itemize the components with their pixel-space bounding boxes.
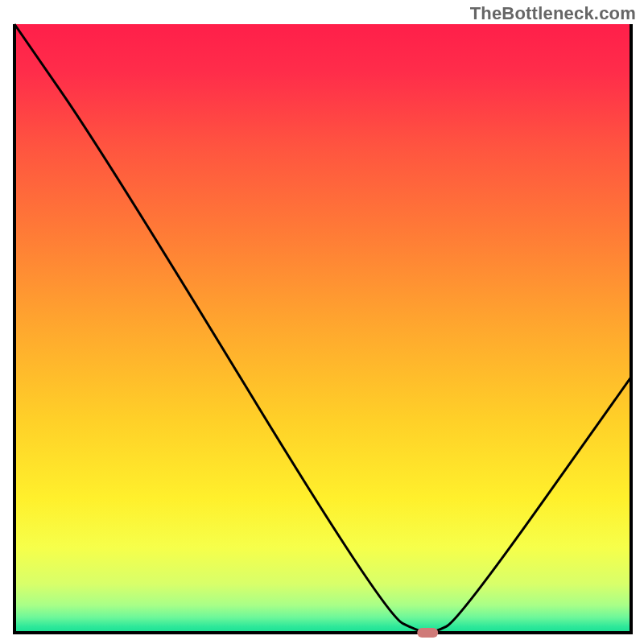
chart-frame: TheBottleneck.com <box>0 0 644 644</box>
chart-canvas <box>0 0 644 644</box>
optimal-point-marker <box>417 628 438 638</box>
watermark-text: TheBottleneck.com <box>470 3 636 24</box>
plot-background <box>14 24 631 633</box>
